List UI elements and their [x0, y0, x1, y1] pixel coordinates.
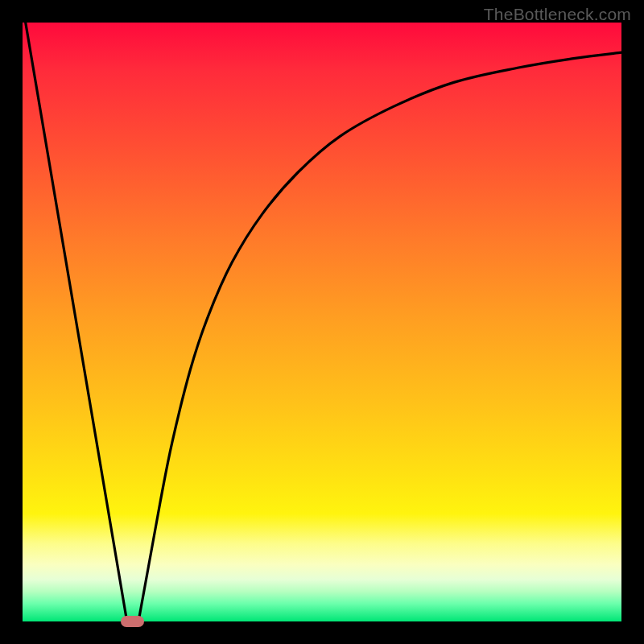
minimum-marker	[121, 616, 144, 627]
watermark-text: TheBottleneck.com	[484, 5, 631, 24]
left-line-path	[26, 23, 126, 617]
plot-area	[23, 23, 621, 621]
chart-frame: TheBottleneck.com	[0, 0, 644, 644]
curves-svg	[23, 23, 621, 621]
right-curve-path	[139, 52, 621, 617]
